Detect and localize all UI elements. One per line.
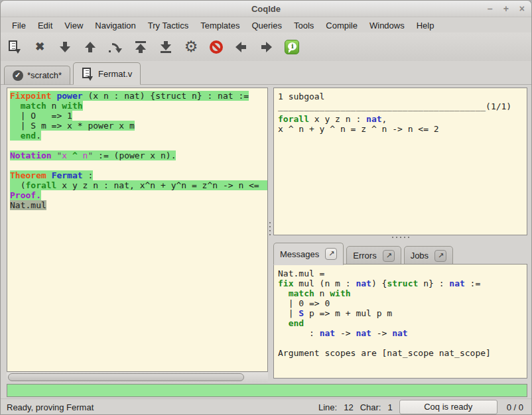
goal-pane[interactable]: 1 subgoal_______________________________… <box>273 88 527 235</box>
editor-horizontal-scrollbar[interactable] <box>7 373 268 383</box>
code-line: match n with <box>278 288 527 298</box>
tab-jobs[interactable]: Jobs <box>404 246 453 265</box>
menu-compile[interactable]: Compile <box>320 19 364 32</box>
go-to-end-button[interactable] <box>157 38 174 56</box>
code-line: | S m => x * power x m <box>10 121 267 131</box>
go-to-end-icon <box>157 38 174 56</box>
detach-jobs-button[interactable] <box>434 250 446 262</box>
menu-edit[interactable]: Edit <box>32 19 58 32</box>
code-line <box>278 338 527 348</box>
step-forward-icon <box>56 38 74 56</box>
step-forward-button[interactable] <box>56 38 74 56</box>
menu-templates[interactable]: Templates <box>194 19 245 32</box>
menu-file[interactable]: File <box>6 19 32 32</box>
messages-pane[interactable]: Nat.mul =fix mul (n m : nat) {struct n} … <box>273 264 527 379</box>
coqide-window: CoqIde – + × FileEditViewNavigationTry T… <box>0 0 532 415</box>
previous-button[interactable] <box>233 38 250 56</box>
interrupt-icon <box>208 38 225 56</box>
close-buffer-button[interactable]: ✖ <box>31 38 48 56</box>
code-line: forall x y z n : nat, <box>278 114 527 124</box>
code-line: | 0 => 0 <box>278 298 527 308</box>
code-line: 1 subgoal <box>278 91 527 101</box>
menubar: FileEditViewNavigationTry TacticsTemplat… <box>2 18 440 32</box>
save-button[interactable] <box>6 38 23 56</box>
code-line: : nat -> nat -> nat <box>278 328 527 338</box>
close-button[interactable]: × <box>519 1 525 17</box>
message-tabbar: Messages Errors Jobs <box>273 241 453 265</box>
menu-navigation[interactable]: Navigation <box>89 19 141 32</box>
next-button[interactable] <box>258 38 275 56</box>
step-backward-icon <box>82 38 99 56</box>
menu-queries[interactable]: Queries <box>245 19 288 32</box>
titlebar[interactable]: CoqIde – + × <box>1 1 531 17</box>
progress-fill <box>7 385 527 396</box>
maximize-button[interactable]: + <box>503 1 509 17</box>
code-line: ________________________________________… <box>278 101 527 111</box>
code-line: (forall x y z n : nat, x^n + y^n = z^n -… <box>10 180 267 190</box>
tab-fermat[interactable]: Fermat.v <box>73 62 141 85</box>
window-title: CoqIde <box>1 1 531 17</box>
menu-windows[interactable]: Windows <box>364 19 411 32</box>
code-line: x ^ n + y ^ n = z ^ n -> n <= 2 <box>278 124 527 134</box>
menu-view[interactable]: View <box>58 19 89 32</box>
menu-help[interactable]: Help <box>411 19 440 32</box>
editor-pane[interactable]: Fixpoint power (x n : nat) {struct n} : … <box>7 88 268 372</box>
code-line <box>10 141 267 150</box>
code-line: Notation "x ^ n" := (power x n). <box>10 150 267 160</box>
line-value: 12 <box>344 402 353 412</box>
code-line: Argument scopes are [nat_scope nat_scope… <box>278 348 527 358</box>
coq-status[interactable]: Coq is ready <box>399 400 498 414</box>
code-line: | S p => m + mul p m <box>278 308 527 318</box>
detach-messages-button[interactable] <box>325 248 337 260</box>
menu-tools[interactable]: Tools <box>288 19 320 32</box>
code-line: Proof. <box>10 190 267 200</box>
progress-counter: 0 / 0 <box>507 402 523 412</box>
char-value: 1 <box>387 402 392 412</box>
code-line: end <box>278 318 527 328</box>
minimize-button[interactable]: – <box>488 1 493 17</box>
horizontal-splitter[interactable] <box>273 237 527 238</box>
code-line: Nat.mul = <box>278 268 527 278</box>
tab-jobs-label: Jobs <box>411 251 429 261</box>
line-label: Line: <box>318 402 337 412</box>
save-icon <box>6 38 23 56</box>
step-backward-button[interactable] <box>82 38 99 56</box>
char-label: Char: <box>360 402 381 412</box>
scrollbar-thumb[interactable] <box>8 373 244 381</box>
code-line: Theorem Fermat : <box>10 170 267 180</box>
document-tabbar: *scratch* Fermat.v <box>1 61 531 85</box>
menu-try-tactics[interactable]: Try Tactics <box>142 19 194 32</box>
code-line: end. <box>10 131 267 141</box>
tab-fermat-label: Fermat.v <box>98 69 132 79</box>
code-line: | O => 1 <box>10 111 267 121</box>
go-to-cursor-icon <box>107 38 124 56</box>
tab-messages-label: Messages <box>280 249 319 259</box>
statusbar: Ready, proving Fermat Line: 12 Char: 1 C… <box>1 398 531 415</box>
interrupt-button[interactable] <box>208 38 225 56</box>
about-icon <box>283 38 300 56</box>
about-button[interactable] <box>283 38 300 56</box>
make-icon: ⚙ <box>182 38 200 56</box>
code-line <box>10 160 267 170</box>
toolbar: ✖ ⚙ <box>1 32 531 61</box>
tab-scratch-label: *scratch* <box>27 70 62 80</box>
code-line: fix mul (n m : nat) {struct n} : nat := <box>278 278 527 288</box>
close-x-icon: ✖ <box>31 38 48 56</box>
code-line: Fixpoint power (x n : nat) {struct n} : … <box>10 91 267 101</box>
status-message: Ready, proving Fermat <box>7 402 94 412</box>
vertical-splitter[interactable] <box>268 222 271 235</box>
next-arrow-icon <box>258 38 275 56</box>
tab-messages[interactable]: Messages <box>273 243 344 265</box>
tab-errors[interactable]: Errors <box>346 246 401 265</box>
restart-button[interactable] <box>132 38 149 56</box>
check-circle-icon <box>13 70 23 81</box>
detach-errors-button[interactable] <box>383 250 395 262</box>
code-line: match n with <box>10 101 267 111</box>
tab-scratch[interactable]: *scratch* <box>4 66 70 85</box>
go-to-cursor-button[interactable] <box>107 38 124 56</box>
make-button[interactable]: ⚙ <box>182 38 200 56</box>
window-controls: – + × <box>488 1 525 17</box>
tab-errors-label: Errors <box>353 251 376 261</box>
previous-arrow-icon <box>233 38 250 56</box>
statusbar-right: Line: 12 Char: 1 Coq is ready 0 / 0 <box>318 400 531 414</box>
